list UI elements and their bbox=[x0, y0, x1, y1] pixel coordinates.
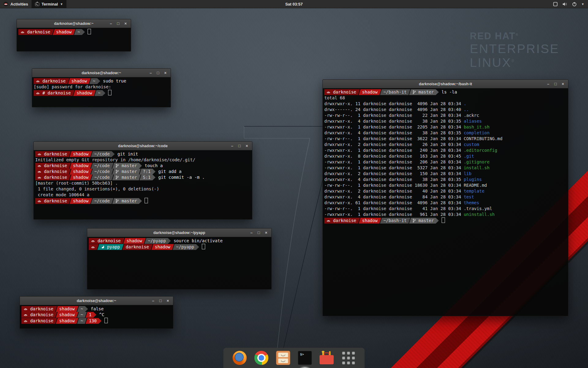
terminal-output: drwxrwxr-x. 4 darknoise darknoise 38 Jan… bbox=[324, 119, 464, 124]
close-button[interactable]: × bbox=[123, 21, 129, 27]
minimize-button[interactable]: – bbox=[248, 230, 254, 236]
file-name: .gitignore bbox=[464, 159, 489, 164]
redhat-prompt-icon bbox=[37, 170, 41, 174]
terminal-content[interactable]: darknoiseshadow~/pyappsource bin/activat… bbox=[87, 237, 271, 251]
git-branch-icon bbox=[115, 164, 119, 168]
titlebar[interactable]: darknoise@shadow:~ – □ × bbox=[17, 19, 131, 28]
terminal-cursor bbox=[442, 217, 445, 223]
prompt-segment: shadow bbox=[70, 198, 92, 204]
prompt-segment: darknoise bbox=[123, 244, 153, 250]
prompt-segment: ~/bash-it bbox=[380, 218, 410, 224]
prompt-segment: darknoise bbox=[18, 29, 54, 35]
prompt-segment: ~/bash-it bbox=[380, 89, 410, 95]
minimize-button[interactable]: – bbox=[545, 81, 551, 87]
minimize-button[interactable]: – bbox=[148, 70, 154, 76]
prompt-segment: 1 bbox=[85, 312, 96, 318]
app-menu-terminal[interactable]: Terminal ▼ bbox=[32, 0, 66, 8]
redhat-prompt-icon bbox=[37, 175, 41, 179]
terminal-line: darknoiseshadow~1^C bbox=[21, 312, 172, 318]
rhel-branding: RED HAT® ENTERPRISE LINUX® bbox=[470, 31, 559, 69]
maximize-button[interactable]: □ bbox=[552, 81, 559, 87]
clock[interactable]: Sat 03:57 bbox=[282, 0, 306, 8]
app-grid-icon[interactable] bbox=[341, 351, 356, 365]
terminal-content[interactable]: darknoiseshadow~/codegit initInitialized… bbox=[34, 150, 252, 205]
terminal-line: -rwxrwxr-x. 1 darknoise darknoise 240 Ja… bbox=[324, 148, 567, 153]
prompt-segment: darknoise bbox=[34, 78, 69, 84]
terminal-line: pyappdarknoiseshadow~/pyapp bbox=[89, 244, 270, 250]
terminal-output: -rwxrwxr-x. 1 darknoise darknoise 961 Ja… bbox=[324, 212, 464, 217]
terminal-line: -rwxrwxr-x. 1 darknoise darknoise 5327 J… bbox=[324, 165, 567, 171]
titlebar[interactable]: darknoise@shadow:~/code – □ × bbox=[34, 142, 252, 150]
close-button[interactable]: × bbox=[263, 230, 269, 236]
terminal-window-code: darknoise@shadow:~/code – □ × darknoises… bbox=[33, 141, 252, 220]
terminal-cursor bbox=[202, 244, 205, 249]
prompt-segment: shadow bbox=[123, 238, 146, 244]
maximize-button[interactable]: □ bbox=[256, 230, 262, 236]
terminal-content[interactable]: darknoiseshadow~false darknoiseshadow~1^… bbox=[20, 305, 173, 324]
redhat-prompt-icon bbox=[36, 79, 40, 83]
redhat-prompt-icon bbox=[91, 239, 95, 243]
prompt-segment: master bbox=[409, 218, 439, 224]
file-name: README.md bbox=[464, 183, 487, 188]
firefox-icon[interactable] bbox=[233, 351, 247, 365]
prompt-segment: ~/pyapp bbox=[145, 238, 171, 244]
activities-button[interactable]: Activities bbox=[0, 0, 32, 8]
maximize-button[interactable]: □ bbox=[236, 143, 243, 149]
file-name: aliases bbox=[464, 119, 482, 124]
prompt-segment: ~/code bbox=[91, 169, 114, 174]
terminal-line: drwxrwxr-x. 11 darknoise darknoise 4096 … bbox=[324, 101, 567, 107]
minimize-button[interactable]: – bbox=[229, 143, 235, 149]
file-name: lib bbox=[464, 171, 471, 176]
redhat-prompt-icon bbox=[326, 90, 330, 94]
close-button[interactable]: × bbox=[244, 143, 250, 149]
prompt-segment: shadow bbox=[73, 90, 96, 96]
terminal-window-pyapp: darknoise@shadow:~/pyapp – □ × darknoise… bbox=[87, 228, 272, 289]
terminal-content[interactable]: darknoiseshadow~/bash-it masterls -latot… bbox=[323, 88, 568, 224]
terminal-line: darknoiseshadow~ bbox=[18, 29, 129, 35]
titlebar[interactable]: darknoise@shadow:~/pyapp – □ × bbox=[87, 228, 271, 237]
prompt-segment: master bbox=[112, 174, 141, 180]
titlebar[interactable]: darknoise@shadow:~/bash-it – □ × bbox=[323, 80, 568, 88]
prompt-segment: darknoise bbox=[21, 306, 57, 312]
terminal-line: drwxrwxr-x. 2 darknoise darknoise 150 Ja… bbox=[324, 171, 567, 177]
prompt-segment: shadow bbox=[53, 29, 75, 35]
close-button[interactable]: × bbox=[162, 70, 168, 76]
prompt-segment: darknoise bbox=[21, 312, 57, 318]
titlebar[interactable]: darknoise@shadow:~ – □ × bbox=[32, 69, 171, 77]
power-icon bbox=[572, 2, 577, 6]
terminal-line: drwxrwxr-x. 4 darknoise darknoise 38 Jan… bbox=[324, 177, 567, 182]
terminal-line: total 68 bbox=[324, 95, 567, 101]
chrome-icon[interactable] bbox=[254, 351, 269, 365]
file-name: install.sh bbox=[464, 165, 489, 170]
terminal-output: drwxrwxr-x. 4 darknoise darknoise 38 Jan… bbox=[324, 177, 464, 182]
prompt-segment: shadow bbox=[56, 318, 78, 324]
system-status-area[interactable]: ▼ bbox=[549, 0, 588, 8]
close-button[interactable]: × bbox=[165, 298, 171, 304]
terminal-line: Initialized empty Git repository in /hom… bbox=[35, 157, 251, 163]
prompt-segment: ~/pyapp bbox=[173, 244, 199, 250]
prompt-segment: darknoise bbox=[35, 169, 71, 174]
terminal-content[interactable]: darknoiseshadow~ bbox=[17, 28, 131, 36]
titlebar[interactable]: darknoise@shadow:~ – □ × bbox=[20, 297, 173, 305]
terminal-line: darknoiseshadow~false bbox=[21, 306, 172, 312]
redhat-prompt-icon bbox=[326, 219, 330, 223]
maximize-button[interactable]: □ bbox=[157, 298, 164, 304]
prompt-segment: master bbox=[409, 89, 439, 95]
maximize-button[interactable]: □ bbox=[155, 70, 161, 76]
typed-command: git init bbox=[117, 151, 138, 156]
maximize-button[interactable]: □ bbox=[115, 21, 121, 27]
close-button[interactable]: × bbox=[560, 81, 566, 87]
terminal-content[interactable]: darknoiseshadow~sudo true[sudo] password… bbox=[32, 77, 171, 97]
terminal-line: darknoiseshadow~/code master?:1git add a bbox=[35, 169, 251, 174]
toolbox-icon[interactable] bbox=[320, 351, 334, 365]
file-manager-icon[interactable] bbox=[276, 351, 290, 365]
file-name: template bbox=[464, 189, 484, 194]
minimize-button[interactable]: – bbox=[108, 21, 114, 27]
file-name: .git bbox=[464, 154, 474, 159]
minimize-button[interactable]: – bbox=[150, 298, 156, 304]
prompt-segment: darknoise bbox=[35, 174, 71, 180]
terminal-line: darknoiseshadow~/code master bbox=[35, 198, 251, 204]
terminal-line: darknoiseshadow~/code mastertouch a bbox=[35, 163, 251, 169]
terminal-launcher-icon[interactable]: $> bbox=[298, 351, 312, 365]
file-name: plugins bbox=[464, 177, 482, 182]
